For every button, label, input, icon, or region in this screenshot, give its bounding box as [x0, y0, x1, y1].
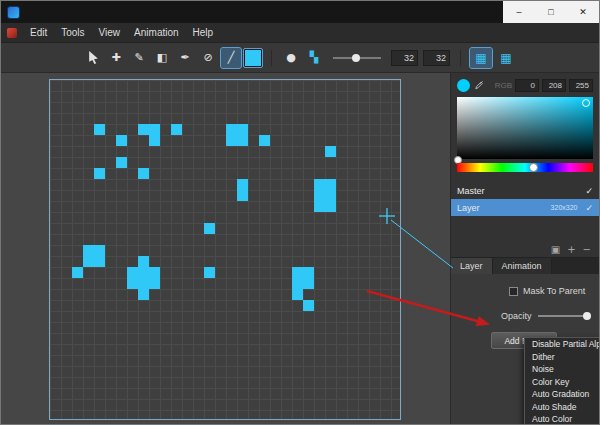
- layer-list-empty-area: [451, 216, 599, 242]
- pixel-block: [116, 157, 127, 168]
- pixel-block: [72, 267, 83, 278]
- pixel-block: [226, 124, 248, 146]
- pixel-block: [314, 179, 336, 212]
- menu-animation[interactable]: Animation: [127, 23, 185, 43]
- effect-menu-item[interactable]: Auto Shade: [525, 401, 600, 414]
- opacity-label: Opacity: [501, 311, 532, 321]
- close-button[interactable]: ✕: [567, 1, 599, 23]
- move-tool[interactable]: ✚: [106, 48, 126, 68]
- layer-size-label: 320x320: [551, 204, 578, 211]
- app-menu-icon[interactable]: [7, 28, 17, 38]
- layer-row[interactable]: Layer 320x320 ✓: [451, 199, 599, 216]
- duplicate-layer-icon[interactable]: ▣: [551, 244, 560, 255]
- pixel-block: [204, 267, 215, 278]
- pixel-block: [138, 168, 149, 179]
- saturation-value-picker[interactable]: [457, 97, 593, 159]
- toolbar-separator: [460, 50, 461, 66]
- menu-edit[interactable]: Edit: [23, 23, 54, 43]
- cursor-icon: [88, 51, 99, 64]
- hue-slider[interactable]: [457, 163, 593, 172]
- canvas-width-input[interactable]: [391, 50, 418, 66]
- pattern-tool[interactable]: ▚: [304, 48, 324, 68]
- layer-list: Master ✓ Layer 320x320 ✓: [451, 182, 599, 216]
- tab-animation[interactable]: Animation: [493, 258, 552, 274]
- eyedropper-icon[interactable]: [473, 80, 484, 91]
- pixel-block: [138, 256, 149, 267]
- master-layer-label: Master: [457, 186, 485, 196]
- layer-visibility-check[interactable]: ✓: [585, 203, 593, 213]
- effect-menu-item[interactable]: Auto Color: [525, 413, 600, 425]
- effect-menu-item[interactable]: Disable Partial Alpha: [525, 338, 600, 351]
- eraser-tool[interactable]: ◧: [152, 48, 172, 68]
- pixel-block: [292, 267, 314, 278]
- pixel-block: [94, 124, 105, 135]
- pencil-tool[interactable]: ✎: [129, 48, 149, 68]
- opacity-slider[interactable]: [538, 310, 591, 322]
- pixel-block: [149, 135, 160, 146]
- rgb-label: RGB: [495, 81, 512, 90]
- maximize-button[interactable]: □: [535, 1, 567, 23]
- canvas-area: [1, 73, 451, 424]
- pixel-canvas[interactable]: [49, 79, 401, 420]
- effect-dropdown-menu: Disable Partial Alpha Dither Noise Color…: [524, 337, 600, 425]
- slider-thumb[interactable]: [352, 54, 360, 62]
- opacity-thumb[interactable]: [583, 312, 591, 320]
- layer-label: Layer: [457, 203, 480, 213]
- brush-shape-tool[interactable]: ●: [281, 48, 301, 68]
- pixel-block: [171, 124, 182, 135]
- effect-menu-item[interactable]: Auto Gradation: [525, 388, 600, 401]
- select-tool[interactable]: [83, 48, 103, 68]
- grid-toggle-button[interactable]: ▦: [470, 48, 492, 68]
- pixel-block: [303, 278, 314, 289]
- add-layer-icon[interactable]: +: [567, 244, 575, 255]
- pixel-block: [204, 223, 215, 234]
- layer-panel-toolbar: ▣ + −: [451, 242, 599, 257]
- toolbar-separator: [271, 50, 272, 66]
- main-area: RGB 0 208 255 Master ✓: [1, 73, 599, 424]
- brush-size-slider[interactable]: [331, 48, 383, 68]
- menubar: Edit Tools View Animation Help: [1, 23, 599, 43]
- hue-marker[interactable]: [529, 163, 538, 172]
- canvas-height-input[interactable]: [423, 50, 450, 66]
- minimize-button[interactable]: –: [503, 1, 535, 23]
- pixel-block: [127, 267, 160, 289]
- pixel-block: [116, 135, 127, 146]
- pixel-block: [83, 245, 105, 267]
- pixel-block: [259, 135, 270, 146]
- no-draw-tool[interactable]: ⊘: [198, 48, 218, 68]
- app-logo-icon: [7, 6, 20, 19]
- master-visibility-check[interactable]: ✓: [585, 186, 593, 196]
- pixel-block: [94, 168, 105, 179]
- toolbar: ✚ ✎ ◧ ✒ ⊘ ╱ ● ▚ ▦ ▦: [1, 43, 599, 73]
- pixel-block: [138, 289, 149, 300]
- line-tool[interactable]: ╱: [221, 48, 241, 68]
- app-window: – □ ✕ Edit Tools View Animation Help ✚ ✎…: [0, 0, 600, 425]
- menu-help[interactable]: Help: [186, 23, 221, 43]
- master-layer-row[interactable]: Master ✓: [451, 182, 599, 199]
- titlebar: – □ ✕: [1, 1, 599, 23]
- mask-to-parent-checkbox[interactable]: [509, 287, 518, 296]
- effect-menu-item[interactable]: Dither: [525, 351, 600, 364]
- mask-to-parent-label: Mask To Parent: [523, 286, 585, 296]
- pixel-block: [292, 278, 303, 300]
- green-value-field[interactable]: 208: [542, 79, 566, 92]
- window-controls: – □ ✕: [503, 1, 599, 23]
- pixel-block: [138, 124, 160, 135]
- active-color-swatch[interactable]: [244, 49, 262, 67]
- remove-layer-icon[interactable]: −: [583, 244, 591, 255]
- sv-marker[interactable]: [582, 99, 590, 107]
- effect-menu-item[interactable]: Color Key: [525, 376, 600, 389]
- panel-tabs: Layer Animation: [451, 257, 599, 274]
- effect-menu-item[interactable]: Noise: [525, 363, 600, 376]
- pen-tool[interactable]: ✒: [175, 48, 195, 68]
- pixel-block: [237, 179, 248, 201]
- color-section: RGB 0 208 255: [451, 73, 599, 176]
- tile-view-button[interactable]: ▦: [495, 48, 517, 68]
- menu-tools[interactable]: Tools: [54, 23, 91, 43]
- pixel-block: [325, 146, 336, 157]
- current-color-swatch[interactable]: [457, 79, 470, 92]
- red-value-field[interactable]: 0: [515, 79, 539, 92]
- tab-layer[interactable]: Layer: [451, 258, 493, 274]
- blue-value-field[interactable]: 255: [569, 79, 593, 92]
- menu-view[interactable]: View: [92, 23, 128, 43]
